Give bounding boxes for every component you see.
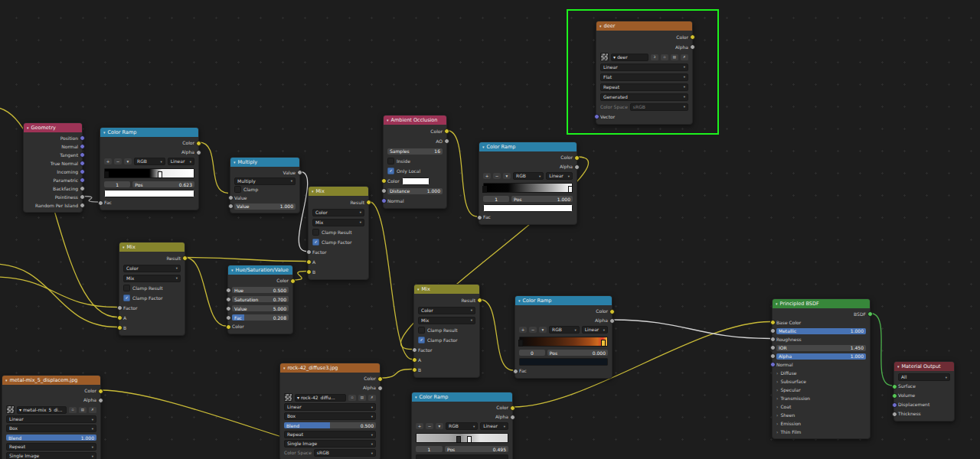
node-color-ramp-4[interactable]: ▾Color RampColorAlpha+−▾RGB▾Linear▾1Pos0… — [411, 392, 513, 459]
gradient-handle[interactable] — [601, 340, 606, 347]
node-header[interactable]: ▾Mix — [309, 187, 368, 196]
new-image-button[interactable]: ▤ — [671, 54, 678, 60]
slider-field[interactable]: Blend1.000 — [6, 435, 96, 441]
value-socket[interactable] — [98, 398, 103, 403]
panel-subsurface[interactable]: ›Subsurface — [773, 377, 870, 386]
node-ambient-occlusion[interactable]: ▾Ambient OcclusionColorAOSamples16Inside… — [383, 115, 447, 209]
panel-thin-film[interactable]: ›Thin Film — [773, 428, 870, 436]
node-hue-saturation-value[interactable]: ▾Hue/Saturation/ValueColorHue0.500Satura… — [227, 265, 293, 334]
collapse-chevron-icon[interactable]: ▾ — [387, 119, 389, 122]
value-socket[interactable] — [306, 249, 312, 255]
node-color-ramp-3[interactable]: ▾Color RampColorAlpha+−▾RGB▾Linear▾0Pos0… — [514, 295, 612, 379]
node-header[interactable]: ▾Mix — [119, 243, 185, 252]
dropdown[interactable]: Linear▾ — [6, 415, 96, 423]
color-socket[interactable] — [290, 278, 296, 284]
color-swatch[interactable] — [416, 454, 508, 459]
color-socket[interactable] — [444, 129, 449, 134]
color-socket[interactable] — [609, 309, 615, 314]
dropdown[interactable]: Mix▾ — [312, 219, 364, 226]
checkbox[interactable] — [418, 327, 425, 334]
dropdown[interactable]: Color▾ — [312, 209, 364, 216]
new-image-button[interactable]: ▤ — [79, 407, 87, 413]
color-swatch[interactable] — [402, 177, 430, 185]
collapse-chevron-icon[interactable]: ▾ — [599, 24, 602, 28]
node-mix-3[interactable]: ▾MixResultColor▾Mix▾Clamp Result✓Clamp F… — [413, 284, 480, 378]
gradient-handle[interactable] — [518, 340, 523, 347]
remove-stop-button[interactable]: − — [529, 327, 537, 333]
node-header[interactable]: ▾Color Ramp — [100, 128, 198, 137]
slider-field[interactable]: Blend0.500 — [284, 422, 376, 428]
number-field[interactable]: Value5.000 — [232, 305, 289, 311]
collapse-chevron-icon[interactable]: ▾ — [231, 269, 234, 272]
value-socket[interactable] — [226, 315, 231, 321]
remove-stop-button[interactable]: − — [114, 158, 122, 164]
checkbox[interactable] — [387, 158, 394, 164]
vector-socket[interactable] — [80, 169, 85, 174]
node-color-ramp-1[interactable]: ▾Color RampColorAlpha+−▾RGB▾Linear▾1Pos0… — [100, 127, 199, 210]
shader-node-editor-canvas[interactable]: ▾GeometryPositionNormalTangentTrue Norma… — [0, 0, 980, 459]
value-socket[interactable] — [381, 188, 387, 194]
stop-index-field[interactable]: 1 — [416, 446, 443, 452]
checkbox[interactable] — [312, 229, 319, 236]
value-socket[interactable] — [228, 195, 234, 200]
dropdown[interactable]: Single Image▾ — [6, 452, 96, 459]
value-socket[interactable] — [770, 328, 776, 334]
node-mix-1[interactable]: ▾MixResultColor▾Mix▾Clamp Result✓Clamp F… — [308, 186, 369, 280]
collapse-chevron-icon[interactable]: ▾ — [776, 302, 778, 306]
dropdown[interactable]: Box▾ — [284, 412, 376, 420]
dropdown[interactable]: Color▾ — [123, 265, 181, 272]
gradient-handle[interactable] — [456, 436, 461, 443]
color-mode-dropdown[interactable]: RGB▾ — [513, 172, 544, 180]
slider-field[interactable]: Alpha1.000 — [776, 353, 866, 360]
gradient-handle[interactable] — [467, 436, 472, 443]
value-socket[interactable] — [609, 318, 615, 324]
ramp-options-button[interactable]: ▾ — [436, 423, 443, 429]
checkbox[interactable]: ✓ — [387, 168, 394, 174]
number-field[interactable]: Hue0.500 — [232, 287, 289, 293]
new-image-button[interactable]: ▤ — [358, 395, 366, 401]
shader-socket[interactable] — [892, 384, 897, 389]
gradient-handle[interactable] — [482, 186, 487, 193]
unlink-button[interactable]: ✗ — [368, 395, 376, 401]
image-name-field[interactable]: ▾rock-42_diffu... — [295, 394, 346, 402]
color-mode-dropdown[interactable]: RGB▾ — [446, 422, 478, 430]
panel-transmission[interactable]: ›Transmission — [773, 394, 870, 402]
collapse-chevron-icon[interactable]: ▾ — [518, 299, 521, 303]
value-socket[interactable] — [770, 353, 776, 359]
value-socket[interactable] — [226, 288, 231, 293]
color-socket[interactable] — [306, 269, 312, 275]
color-socket[interactable] — [226, 324, 231, 330]
stop-index-field[interactable]: 1 — [104, 181, 130, 187]
dropdown[interactable]: Flat▾ — [600, 73, 688, 81]
node-header[interactable]: ▾Ambient Occlusion — [384, 116, 446, 125]
gradient-handle[interactable] — [104, 171, 109, 178]
vector-socket[interactable] — [594, 114, 599, 119]
value-socket[interactable] — [690, 44, 695, 50]
node-header[interactable]: ▾Color Ramp — [479, 142, 577, 151]
value-socket[interactable] — [770, 345, 776, 350]
value-socket[interactable] — [513, 369, 518, 374]
vector-socket[interactable] — [381, 198, 387, 203]
checkbox[interactable]: ✓ — [418, 337, 425, 343]
vector-socket[interactable] — [892, 402, 897, 408]
value-socket[interactable] — [226, 297, 231, 302]
node-header[interactable]: ▾metal-mix_5_displacem.jpg — [2, 376, 100, 385]
value-socket[interactable] — [892, 412, 897, 417]
collapse-chevron-icon[interactable]: ▾ — [283, 366, 286, 370]
collapse-chevron-icon[interactable]: ▾ — [234, 161, 236, 164]
color-socket[interactable] — [477, 298, 482, 303]
stop-index-field[interactable]: 1 — [483, 196, 509, 202]
shader-socket[interactable] — [867, 311, 873, 317]
dropdown[interactable]: Multiply▾ — [234, 177, 296, 185]
checkbox[interactable]: ✓ — [312, 239, 319, 246]
color-mode-dropdown[interactable]: RGB▾ — [134, 158, 165, 165]
color-socket[interactable] — [306, 259, 312, 265]
unlink-button[interactable]: ✗ — [89, 407, 96, 413]
remove-stop-button[interactable]: − — [493, 173, 501, 179]
number-field[interactable]: Distance1.000 — [387, 188, 443, 194]
interpolation-dropdown[interactable]: Linear▾ — [168, 158, 194, 165]
node-material-output[interactable]: ▾Material OutputAll▾SurfaceVolumeDisplac… — [893, 361, 955, 422]
add-stop-button[interactable]: + — [519, 327, 527, 333]
color-mode-dropdown[interactable]: RGB▾ — [549, 326, 580, 334]
node-header[interactable]: ▾Color Ramp — [412, 392, 512, 402]
